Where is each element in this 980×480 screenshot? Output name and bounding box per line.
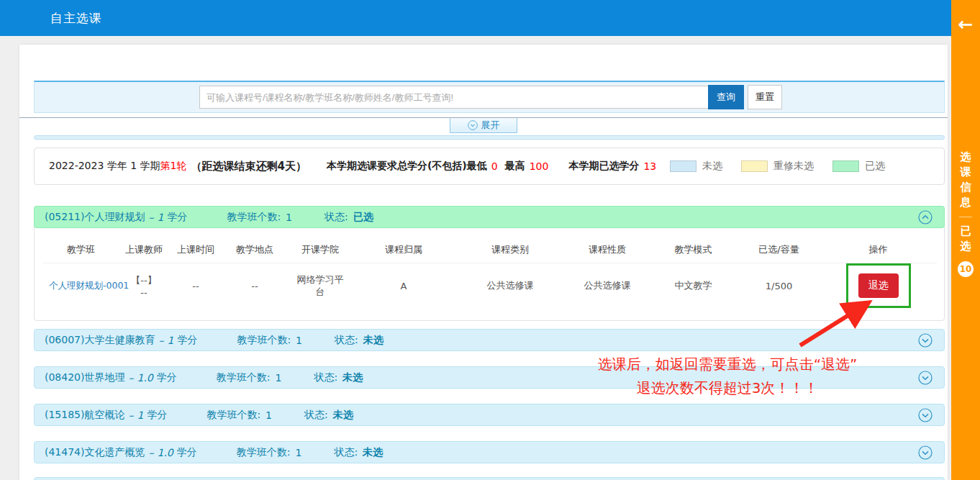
app-header: 自主选课 [0, 0, 951, 36]
course-credits: 1.0 [137, 372, 153, 384]
course-title: (08420)世界地理 [45, 371, 124, 384]
sidebar-tabs: 选课信息 已选 10 [951, 150, 980, 277]
cell-location: -- [222, 263, 287, 309]
col-header-affiliation: 课程归属 [353, 237, 454, 263]
col-header-college: 开课学院 [287, 237, 353, 263]
legend-swatch-retake [741, 160, 768, 172]
status-label: 状态: [334, 446, 358, 459]
reset-button[interactable]: 重置 [748, 85, 782, 109]
search-section: 查询 重置 [34, 81, 945, 113]
table-header-row: 教学班 上课教师 上课时间 教学地点 开课学院 课程归属 课程类别 课程性质 教… [43, 237, 937, 263]
max-label: 最高 [505, 160, 525, 173]
query-button[interactable]: 查询 [708, 85, 744, 109]
dash: – [128, 372, 133, 384]
status-legend: 未选 重修未选 已选 [670, 160, 930, 173]
course-title: (06007)大学生健康教育 [45, 334, 155, 347]
table-row: 个人理财规划-0001 【--】 -- -- -- 网络学习平台 A 公共选修课… [43, 263, 937, 309]
credits-suffix: 学分 [167, 211, 187, 224]
class-name-link[interactable]: 个人理财规划-0001 [49, 280, 129, 291]
cell-college: 网络学习平台 [287, 263, 353, 309]
chevron-down-circle-icon[interactable] [918, 445, 933, 460]
status-value: 未选 [363, 446, 383, 459]
sidebar-tab-course-info[interactable]: 选课信息 [951, 150, 980, 210]
course-row-partial [34, 477, 945, 480]
dash: – [148, 447, 153, 458]
cell-mode: 中文教学 [648, 263, 738, 309]
course-row-header[interactable]: (08420)世界地理 – 1.0 学分 教学班个数: 1 状态: 未选 [34, 366, 945, 389]
col-header-location: 教学地点 [222, 237, 287, 263]
cell-action: 退选 [820, 263, 937, 309]
course-title: (41474)文化遗产概览 [45, 446, 145, 459]
col-header-action: 操作 [820, 237, 937, 263]
selected-count-badge: 10 [958, 261, 974, 277]
course-group-expanded: (05211)个人理财规划 – 1 学分 教学班个数: 1 状态: 已选 教学班 [34, 206, 945, 321]
right-sidebar: ← 选课信息 已选 10 [951, 0, 980, 480]
withdraw-button[interactable]: 退选 [858, 273, 899, 298]
course-row-header[interactable]: (15185)航空概论 – 1 学分 教学班个数: 1 状态: 未选 [34, 404, 945, 426]
chevron-down-circle-icon[interactable] [918, 371, 933, 385]
chevron-down-circle-icon [468, 120, 478, 130]
selected-credits-label: 本学期已选学分 [568, 160, 639, 173]
cell-category: 公共选修课 [454, 263, 566, 309]
cell-time: -- [169, 263, 222, 309]
status-label: 状态: [325, 211, 348, 224]
course-row-header[interactable]: (06007)大学生健康教育 – 1 学分 教学班个数: 1 状态: 未选 [34, 329, 945, 351]
chevron-down-circle-icon[interactable] [918, 408, 933, 422]
credits-suffix: 学分 [147, 409, 167, 422]
credits-suffix: 学分 [157, 371, 177, 384]
back-arrow-icon[interactable]: ← [956, 14, 976, 35]
min-credits: 0 [491, 160, 498, 172]
credits-suffix: 学分 [177, 334, 197, 347]
class-count-label: 教学班个数: [207, 409, 260, 422]
chevron-up-circle-icon[interactable] [918, 210, 933, 225]
col-header-time: 上课时间 [169, 237, 222, 263]
round-text: 第1轮 [160, 160, 187, 173]
col-header-teacher: 上课教师 [119, 237, 169, 263]
status-value: 未选 [333, 409, 353, 422]
collapsed-panel-edge [34, 135, 945, 140]
page-title: 自主选课 [50, 0, 102, 36]
course-credits: 1 [137, 409, 143, 421]
course-title: (05211)个人理财规划 [45, 211, 145, 224]
col-header-class: 教学班 [43, 237, 119, 263]
course-row-header-selected[interactable]: (05211)个人理财规划 – 1 学分 教学班个数: 1 状态: 已选 [34, 206, 945, 228]
class-count-label: 教学班个数: [217, 371, 271, 384]
class-count-value: 1 [296, 335, 302, 346]
course-credits: 1 [167, 335, 173, 346]
class-count-value: 1 [286, 212, 292, 223]
legend-label-unselected: 未选 [702, 160, 722, 173]
expand-toggle[interactable]: 展开 [450, 118, 517, 133]
course-credits: 1 [157, 212, 163, 223]
status-value: 未选 [363, 334, 384, 347]
cell-affiliation: A [353, 263, 454, 309]
semester-info-bar: 2022-2023 学年 1 学期 第1轮 （距选课结束还剩4天） 本学期选课要… [34, 148, 945, 185]
search-input[interactable] [199, 86, 708, 109]
legend-label-retake: 重修未选 [773, 160, 814, 173]
dash: – [128, 409, 133, 421]
status-value: 未选 [342, 371, 363, 384]
dash: – [148, 212, 153, 223]
chevron-down-circle-icon[interactable] [918, 333, 933, 348]
sidebar-tab-selected[interactable]: 已选 [951, 224, 980, 254]
class-count-value: 1 [295, 447, 301, 458]
legend-swatch-unselected [670, 160, 697, 172]
class-table: 教学班 上课教师 上课时间 教学地点 开课学院 课程归属 课程类别 课程性质 教… [43, 237, 937, 308]
class-count-label: 教学班个数: [227, 211, 281, 224]
course-row-header[interactable]: (41474)文化遗产概览 – 1.0 学分 教学班个数: 1 状态: 未选 [34, 441, 945, 463]
course-title: (15185)航空概论 [45, 409, 124, 422]
expand-label: 展开 [481, 119, 500, 132]
max-credits: 100 [530, 160, 549, 172]
class-count-value: 1 [275, 372, 281, 384]
class-count-label: 教学班个数: [237, 334, 291, 347]
col-header-category: 课程类别 [454, 237, 566, 263]
cell-capacity: 1/500 [738, 263, 820, 309]
status-label: 状态: [335, 334, 358, 347]
dash: – [158, 335, 163, 346]
course-credits: 1.0 [157, 447, 173, 458]
col-header-mode: 教学模式 [648, 237, 738, 263]
status-value: 已选 [353, 211, 373, 224]
legend-swatch-selected [832, 160, 859, 172]
sidebar-divider [959, 217, 972, 217]
col-header-nature: 课程性质 [566, 237, 648, 263]
cell-nature: 公共选修课 [566, 263, 648, 309]
